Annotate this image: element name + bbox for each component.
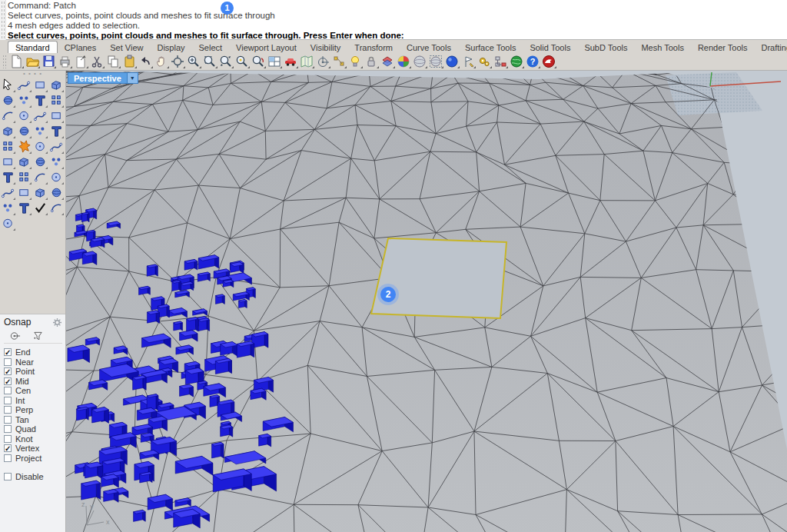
osnap-item-cen[interactable]: Cen xyxy=(4,386,65,396)
tool-move-points-button[interactable] xyxy=(17,170,32,185)
osnap-mode-tab-icon[interactable] xyxy=(9,331,21,341)
viewports-button[interactable] xyxy=(267,54,282,69)
osnap-checkbox-quad[interactable] xyxy=(4,425,12,433)
osnap-item-mid[interactable]: ✓Mid xyxy=(4,377,65,387)
colorwheel-button[interactable] xyxy=(396,54,411,69)
gears-button[interactable] xyxy=(477,54,492,69)
globe-button[interactable] xyxy=(509,54,524,69)
zoom-extents-button[interactable] xyxy=(234,54,250,69)
tool-orient-button[interactable] xyxy=(1,201,16,215)
cplane-button[interactable] xyxy=(315,54,330,69)
zoom-selected-button[interactable] xyxy=(218,54,234,69)
tool-cone-button[interactable] xyxy=(49,201,65,215)
osnap-disable-row[interactable]: Disable xyxy=(4,472,65,482)
paste-button[interactable] xyxy=(121,54,137,69)
menu-tab-curve-tools[interactable]: Curve Tools xyxy=(400,42,458,53)
map-button[interactable] xyxy=(299,54,314,69)
tool-spheres-diff-button[interactable] xyxy=(1,155,16,169)
menu-tab-solid-tools[interactable]: Solid Tools xyxy=(523,42,577,53)
cut-button[interactable] xyxy=(89,54,105,69)
car-button[interactable] xyxy=(283,54,298,69)
rhino-button[interactable] xyxy=(541,54,556,69)
tool-surface-patch-button[interactable] xyxy=(49,108,65,123)
tool-explode-button[interactable] xyxy=(17,139,32,154)
menu-tab-standard[interactable]: Standard xyxy=(8,41,58,53)
menu-tab-set-view[interactable]: Set View xyxy=(103,42,150,53)
tool-plane-button[interactable] xyxy=(49,124,65,138)
lock-button[interactable] xyxy=(364,54,379,69)
bulb-button[interactable] xyxy=(347,54,363,69)
viewport-perspective[interactable]: zyx Perspective ▼ 2 xyxy=(66,71,787,532)
osnap-item-int[interactable]: Int xyxy=(4,396,65,406)
menu-tab-select[interactable]: Select xyxy=(192,42,230,53)
tool-ellipse-button[interactable] xyxy=(17,93,32,108)
osnap-checkbox-vertex[interactable]: ✓ xyxy=(4,444,12,452)
menu-tab-transform[interactable]: Transform xyxy=(347,42,400,53)
tool-curve-handles-button[interactable] xyxy=(17,108,32,123)
open-file-button[interactable] xyxy=(25,54,40,69)
zoom-window-button[interactable] xyxy=(202,54,218,69)
tool-solid-box-button[interactable] xyxy=(1,185,16,200)
sphere-grid-button[interactable] xyxy=(428,54,443,69)
tool-torus-button[interactable] xyxy=(33,124,48,138)
osnap-item-end[interactable]: ✓End xyxy=(4,347,65,357)
layers-button[interactable] xyxy=(380,54,395,69)
tool-pointer-button[interactable] xyxy=(1,78,16,92)
menu-tab-cplanes[interactable]: CPlanes xyxy=(58,42,104,53)
tool-bend-button[interactable] xyxy=(33,139,48,154)
undo-view-button[interactable] xyxy=(251,54,266,69)
osnap-item-project[interactable]: Project xyxy=(4,454,65,464)
orbit-button[interactable] xyxy=(170,54,185,69)
pan-button[interactable] xyxy=(154,54,169,69)
viewport-tab[interactable]: Perspective ▼ xyxy=(68,72,138,84)
copy-button[interactable] xyxy=(105,54,121,69)
menu-tab-subd-tools[interactable]: SubD Tools xyxy=(577,42,634,53)
tool-spheres-button[interactable] xyxy=(17,124,32,138)
toolbar-grip[interactable] xyxy=(2,55,6,68)
tool-point-button[interactable] xyxy=(17,78,32,92)
menu-tab-visibility[interactable]: Visibility xyxy=(304,42,348,53)
filter-tab-icon[interactable] xyxy=(33,331,43,341)
flag-button[interactable] xyxy=(460,54,476,69)
palette-grip[interactable]: • • • • xyxy=(0,71,65,78)
osnap-checkbox-end[interactable]: ✓ xyxy=(4,348,12,356)
tool-pin-column-button[interactable] xyxy=(49,185,65,200)
tool-boolean-button[interactable] xyxy=(1,139,16,154)
osnap-checkbox-mid[interactable]: ✓ xyxy=(4,377,12,385)
tool-point-cloud-button[interactable] xyxy=(17,155,32,169)
osnap-item-quad[interactable]: Quad xyxy=(4,424,65,434)
osnap-checkbox-point[interactable]: ✓ xyxy=(4,367,12,375)
tool-blend-curve-button[interactable] xyxy=(33,155,48,169)
osnap-checkbox-cen[interactable] xyxy=(4,387,12,394)
tool-box-button[interactable] xyxy=(1,124,16,138)
osnap-item-tan[interactable]: Tan xyxy=(4,415,65,425)
viewport-canvas[interactable]: zyx xyxy=(66,71,787,532)
sphere-gray-button[interactable] xyxy=(412,54,427,69)
osnap-item-knot[interactable]: Knot xyxy=(4,434,65,444)
tool-align-button[interactable] xyxy=(17,201,32,215)
tool-array-grid-button[interactable] xyxy=(33,185,48,200)
menu-tab-drafting[interactable]: Drafting xyxy=(755,42,787,53)
osnap-checkbox-project[interactable] xyxy=(4,454,12,462)
blocks-button[interactable] xyxy=(493,54,508,69)
tool-arc-tangent-button[interactable] xyxy=(49,155,65,169)
osnap-item-perp[interactable]: Perp xyxy=(4,405,65,415)
undo-button[interactable] xyxy=(138,54,153,69)
menu-tab-render-tools[interactable]: Render Tools xyxy=(691,42,755,53)
osnap-checkbox-perp[interactable] xyxy=(4,406,12,414)
help-button[interactable]: ? xyxy=(525,54,540,69)
osnap-item-point[interactable]: ✓Point xyxy=(4,367,65,377)
menu-tab-mesh-tools[interactable]: Mesh Tools xyxy=(634,42,690,53)
panel-grip[interactable] xyxy=(0,0,6,40)
menu-tab-display[interactable]: Display xyxy=(150,42,191,53)
save-button[interactable] xyxy=(41,54,56,69)
export-button[interactable] xyxy=(73,54,88,69)
viewport-tab-label[interactable]: Perspective xyxy=(68,72,128,84)
print-button[interactable] xyxy=(57,54,72,69)
osnap-item-vertex[interactable]: ✓Vertex xyxy=(4,444,65,454)
osnap-checkbox-tan[interactable] xyxy=(4,416,12,424)
tool-curve-points-button[interactable] xyxy=(33,78,48,92)
tool-polygon-button[interactable] xyxy=(1,108,16,123)
sphere-blue-button[interactable] xyxy=(444,54,460,69)
tool-text-button[interactable] xyxy=(1,170,16,185)
